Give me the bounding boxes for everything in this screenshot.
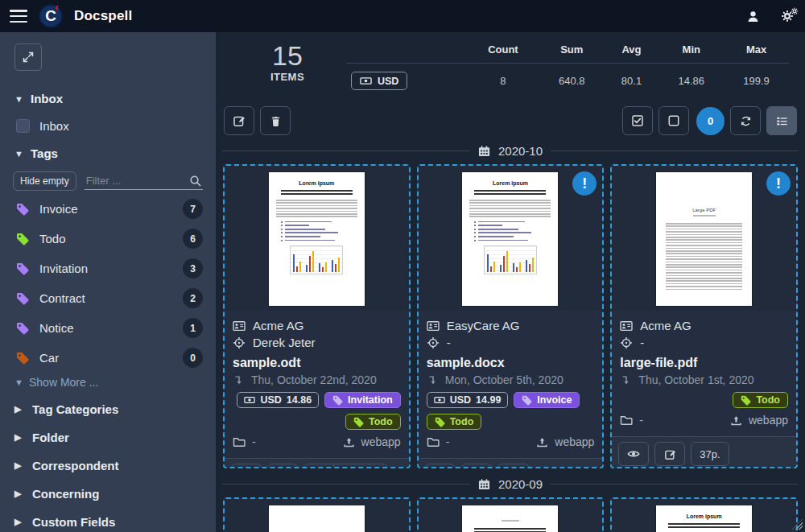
preview-button[interactable]	[618, 442, 649, 466]
stat-sum: 640.8	[539, 64, 605, 96]
next-attachment-button[interactable]	[304, 464, 333, 468]
correspondent-line: Acme AG	[233, 317, 401, 334]
user-icon[interactable]	[746, 10, 760, 23]
inbox-checkbox[interactable]	[16, 119, 30, 133]
item-title[interactable]: sample.odt	[233, 356, 401, 370]
sidebar-tag-invitation[interactable]: Invitation 3	[13, 254, 203, 283]
edit-item-button[interactable]	[654, 442, 685, 466]
item-card-sample-odt[interactable]: Lorem ipsum	[223, 164, 411, 468]
sidebar-section-inbox[interactable]: ▼ Inbox	[13, 85, 203, 112]
tag-filter-input[interactable]	[86, 175, 189, 187]
select-all-button[interactable]	[622, 106, 653, 135]
crosshairs-icon	[233, 336, 246, 349]
list-toolbar: 0	[222, 106, 799, 135]
hide-empty-button[interactable]: Hide empty	[13, 171, 76, 191]
tag-count-badge: 2	[183, 288, 203, 308]
edit-item-button[interactable]	[267, 464, 298, 468]
stat-avg: 80.1	[605, 64, 659, 96]
main-content: 15 ITEMS Count Sum Avg Min Max	[216, 32, 805, 532]
money-icon	[360, 75, 372, 87]
col-avg: Avg	[605, 40, 659, 64]
correspondent-line: EasyCare AG	[427, 317, 595, 334]
item-card-sample-docx[interactable]: ! Lorem ipsum	[417, 164, 605, 468]
tag-badge-todo[interactable]: Todo	[733, 392, 788, 408]
folder-icon	[620, 414, 633, 427]
tag-badge-todo[interactable]: Todo	[345, 414, 401, 430]
tag-icon	[16, 233, 29, 245]
document-preview[interactable]: Lorem ipsum	[225, 166, 409, 311]
sidebar-tag-car[interactable]: Car 0	[13, 343, 203, 373]
concerning-line: -	[620, 334, 788, 351]
item-card[interactable]: Lorem ipsum	[610, 497, 798, 532]
top-navbar: C ' Docspell	[0, 0, 805, 32]
menu-icon[interactable]	[10, 10, 27, 23]
col-min: Min	[658, 40, 724, 64]
item-card[interactable]	[417, 497, 605, 532]
col-count: Count	[467, 40, 539, 64]
document-preview[interactable]	[225, 499, 409, 532]
preview-button[interactable]	[425, 464, 456, 468]
navbar-left: C ' Docspell	[10, 4, 132, 28]
source-info: webapp	[343, 435, 401, 448]
page-count-label[interactable]: 4p.	[497, 464, 530, 468]
sidebar-section-correspondent[interactable]: ▶ Correspondent	[13, 452, 203, 480]
preview-button[interactable]	[231, 464, 262, 468]
sidebar-section-tags[interactable]: ▼ Tags	[13, 140, 203, 167]
item-cards-grid: Lorem ipsum	[222, 164, 799, 468]
sidebar-section-concerning[interactable]: ▶ Concerning	[13, 480, 203, 508]
amount-badge: USD 14.99	[427, 392, 509, 408]
tag-filter-wrap	[85, 173, 203, 190]
col-max: Max	[724, 40, 789, 64]
selection-count-badge[interactable]: 0	[696, 107, 724, 135]
crosshairs-icon	[427, 336, 440, 349]
edit-button[interactable]	[224, 106, 254, 135]
crosshairs-icon	[620, 336, 633, 349]
refresh-button[interactable]	[730, 106, 761, 135]
edit-icon	[664, 448, 676, 460]
amount-badge: USD 14.86	[237, 392, 319, 408]
item-title[interactable]: large-file.pdf	[620, 356, 788, 370]
item-date: Mon, October 5th, 2020	[427, 373, 595, 386]
caret-down-icon: ▼	[14, 149, 23, 159]
settings-gears-icon[interactable]	[781, 10, 794, 23]
sidebar-tag-contract[interactable]: Contract 2	[13, 283, 203, 313]
select-none-button[interactable]	[658, 106, 689, 135]
stat-min: 14.86	[658, 64, 724, 96]
tag-icon	[522, 395, 532, 406]
sidebar-tag-notice[interactable]: Notice 1	[13, 313, 203, 343]
tag-icon	[435, 417, 445, 427]
upload-icon	[730, 414, 742, 427]
edit-item-button[interactable]	[461, 464, 492, 468]
sidebar-section-custom-fields[interactable]: ▶ Custom Fields	[13, 508, 203, 532]
sidebar-tag-invoice[interactable]: Invoice 7	[13, 194, 203, 224]
expand-sidebar-button[interactable]	[14, 43, 42, 71]
tag-badge-invitation[interactable]: Invitation	[324, 392, 401, 408]
stat-max: 199.9	[724, 64, 789, 96]
tag-icon	[16, 203, 29, 216]
document-preview[interactable]	[419, 499, 603, 532]
sidebar-section-folder[interactable]: ▶ Folder	[13, 423, 203, 452]
sidebar-section-tag-categories[interactable]: ▶ Tag Categories	[13, 395, 203, 423]
inbox-checkbox-row[interactable]: Inbox	[13, 112, 203, 140]
tag-badge-todo[interactable]: Todo	[427, 414, 482, 430]
eye-icon	[627, 447, 640, 460]
money-icon	[434, 394, 445, 406]
tag-badge-invoice[interactable]: Invoice	[514, 392, 580, 408]
concerning-line: -	[427, 334, 595, 351]
pages-control: 1/2, 4p.	[303, 464, 387, 468]
item-card-large-file-pdf[interactable]: ! Large PDF Acme AG	[610, 164, 798, 468]
item-date: Thu, October 22nd, 2020	[233, 373, 401, 386]
list-view-button[interactable]	[766, 106, 797, 135]
sidebar-tag-todo[interactable]: Todo 6	[13, 224, 203, 254]
show-more-link[interactable]: ▼ Show More ...	[13, 373, 203, 395]
page-count-label[interactable]: 37p.	[691, 442, 729, 466]
tag-icon	[16, 292, 29, 305]
correspondent-line: Acme AG	[620, 317, 788, 334]
document-preview[interactable]: Lorem ipsum	[612, 499, 796, 532]
item-title[interactable]: sample.docx	[427, 356, 595, 370]
tag-count-badge: 7	[183, 199, 203, 219]
caret-down-icon: ▼	[14, 377, 23, 387]
delete-button[interactable]	[260, 106, 291, 135]
item-card[interactable]	[223, 497, 411, 532]
tag-icon	[332, 395, 343, 406]
